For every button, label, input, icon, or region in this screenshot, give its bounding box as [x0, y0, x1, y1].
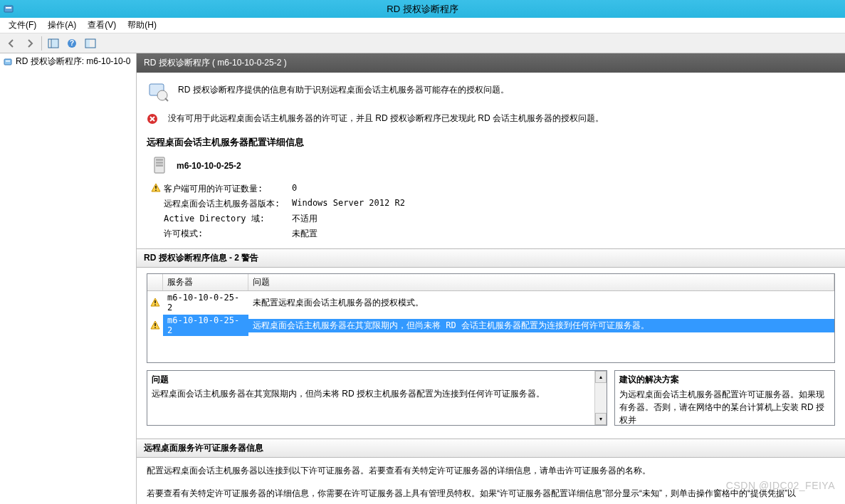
- cell-server: m6-10-10-0-25-2: [163, 315, 248, 336]
- diagnostics-section: RD 授权诊断程序信息 - 2 警告 服务器 问题 m6-10-10-0-25-…: [137, 248, 845, 363]
- warning-icon: [151, 213, 164, 225]
- back-button[interactable]: [3, 36, 20, 51]
- problem-text: 远程桌面会话主机服务器在其宽限期内，但尚未将 RD 授权主机服务器配置为连接到任…: [152, 388, 590, 400]
- scroll-up-icon[interactable]: ▴: [595, 371, 607, 383]
- svg-line-13: [165, 98, 168, 101]
- detail-panels: 问题 远程桌面会话主机服务器在其宽限期内，但尚未将 RD 授权主机服务器配置为连…: [147, 370, 835, 426]
- diagnostic-icon: [147, 80, 169, 103]
- solution-title: 建议的解决方案: [619, 374, 830, 386]
- svg-rect-9: [4, 59, 11, 65]
- config-value: 未配置: [292, 228, 317, 240]
- menu-action[interactable]: 操作(A): [42, 18, 82, 33]
- warning-icon: [147, 320, 163, 330]
- config-value: 不适用: [292, 213, 317, 225]
- menu-help[interactable]: 帮助(H): [122, 18, 162, 33]
- svg-rect-23: [154, 323, 155, 326]
- config-value: Windows Server 2012 R2: [292, 198, 405, 210]
- view-list-button[interactable]: [45, 36, 62, 51]
- license-title: 远程桌面服务许可证服务器信息: [137, 439, 845, 458]
- svg-rect-0: [4, 6, 13, 12]
- cell-problem: 未配置远程桌面会话主机服务器的授权模式。: [248, 296, 834, 310]
- description-section: RD 授权诊断程序提供的信息有助于识别远程桌面会话主机服务器可能存在的授权问题。: [137, 73, 845, 110]
- scroll-down-icon[interactable]: ▾: [595, 413, 607, 425]
- tree-node-root[interactable]: RD 授权诊断程序: m6-10-10-0: [1, 55, 135, 68]
- refresh-button[interactable]: [82, 36, 99, 51]
- warning-icon: [147, 298, 163, 308]
- cell-problem: 远程桌面会话主机服务器在其宽限期内，但尚未将 RD 会话主机服务器配置为连接到任…: [248, 319, 834, 332]
- watermark: CSDN @IDC02_FEIYA: [726, 480, 835, 491]
- grid-header: 服务器 问题: [147, 274, 834, 291]
- config-label: 客户端可用的许可证数量:: [164, 183, 292, 195]
- toolbar-separator: [41, 36, 42, 51]
- app-icon: [3, 4, 14, 15]
- svg-rect-10: [6, 61, 10, 62]
- svg-rect-4: [52, 40, 58, 47]
- server-name: m6-10-10-0-25-2: [177, 161, 241, 171]
- table-row[interactable]: m6-10-10-0-25-2远程桌面会话主机服务器在其宽限期内，但尚未将 RD…: [147, 314, 834, 337]
- svg-rect-22: [154, 305, 155, 305]
- svg-rect-17: [156, 162, 163, 164]
- warning-text: 没有可用于此远程桌面会话主机服务器的许可证，并且 RD 授权诊断程序已发现此 R…: [168, 112, 604, 125]
- config-row: 客户端可用的许可证数量:0: [137, 182, 845, 196]
- description-text: RD 授权诊断程序提供的信息有助于识别远程桌面会话主机服务器可能存在的授权问题。: [178, 80, 509, 96]
- problem-scrollbar[interactable]: ▴ ▾: [594, 371, 607, 425]
- config-label: Active Directory 域:: [164, 213, 292, 225]
- svg-rect-16: [156, 159, 163, 161]
- license-line1: 配置远程桌面会话主机服务器以连接到以下许可证服务器。若要查看有关特定许可证服务器…: [147, 463, 835, 479]
- svg-rect-18: [156, 164, 163, 167]
- error-icon: [147, 113, 158, 125]
- warning-line: 没有可用于此远程桌面会话主机服务器的许可证，并且 RD 授权诊断程序已发现此 R…: [137, 110, 845, 127]
- svg-rect-20: [155, 190, 156, 191]
- col-icon-header[interactable]: [147, 274, 163, 290]
- table-row[interactable]: m6-10-10-0-25-2未配置远程桌面会话主机服务器的授权模式。: [147, 291, 834, 314]
- col-server-header[interactable]: 服务器: [163, 274, 248, 290]
- toolbar: ?: [0, 33, 845, 53]
- menu-view[interactable]: 查看(V): [82, 18, 122, 33]
- solution-panel: 建议的解决方案 为远程桌面会话主机服务器配置许可证服务器。如果现有务器。否则，请…: [614, 370, 835, 426]
- config-row: 许可模式:未配置: [137, 226, 845, 241]
- server-icon: [152, 156, 169, 176]
- svg-rect-1: [6, 7, 11, 9]
- problem-panel: 问题 远程桌面会话主机服务器在其宽限期内，但尚未将 RD 授权主机服务器配置为连…: [147, 370, 607, 426]
- tree-pane: RD 授权诊断程序: m6-10-10-0: [0, 53, 137, 504]
- cell-server: m6-10-10-0-25-2: [163, 292, 248, 313]
- solution-text: 为远程桌面会话主机服务器配置许可证服务器。如果现有务器。否则，请在网络中的某台计…: [619, 388, 830, 425]
- warning-icon: [151, 228, 164, 240]
- menu-file[interactable]: 文件(F): [3, 18, 42, 33]
- content-pane: RD 授权诊断程序 ( m6-10-10-0-25-2 ) RD 授权诊断程序提…: [137, 53, 845, 504]
- diagnostics-grid: 服务器 问题 m6-10-10-0-25-2未配置远程桌面会话主机服务器的授权模…: [147, 273, 835, 363]
- forward-button[interactable]: [21, 36, 38, 51]
- config-label: 许可模式:: [164, 228, 292, 240]
- warning-icon: [151, 198, 164, 210]
- license-section: 远程桌面服务许可证服务器信息 配置远程桌面会话主机服务器以连接到以下许可证服务器…: [137, 439, 845, 504]
- config-row: 远程桌面会话主机服务器版本:Windows Server 2012 R2: [137, 196, 845, 211]
- warning-icon: [151, 183, 164, 195]
- problem-title: 问题: [152, 374, 590, 386]
- server-block: m6-10-10-0-25-2: [137, 154, 845, 182]
- help-button[interactable]: ?: [63, 36, 80, 51]
- title-bar: RD 授权诊断程序: [0, 0, 845, 18]
- svg-rect-24: [154, 327, 155, 328]
- svg-text:?: ?: [70, 39, 74, 47]
- menu-bar: 文件(F) 操作(A) 查看(V) 帮助(H): [0, 18, 845, 33]
- tree-node-icon: [3, 57, 13, 67]
- config-heading: 远程桌面会话主机服务器配置详细信息: [137, 127, 845, 154]
- window-title: RD 授权诊断程序: [0, 3, 845, 16]
- svg-rect-21: [154, 300, 155, 303]
- config-value: 0: [292, 183, 297, 195]
- config-row: Active Directory 域:不适用: [137, 211, 845, 226]
- tree-node-label: RD 授权诊断程序: m6-10-10-0: [16, 56, 130, 68]
- main-area: RD 授权诊断程序: m6-10-10-0 RD 授权诊断程序 ( m6-10-…: [0, 53, 845, 504]
- svg-rect-19: [155, 186, 156, 189]
- config-label: 远程桌面会话主机服务器版本:: [164, 198, 292, 210]
- svg-rect-8: [86, 40, 90, 47]
- content-header: RD 授权诊断程序 ( m6-10-10-0-25-2 ): [137, 53, 845, 73]
- col-problem-header[interactable]: 问题: [248, 274, 834, 290]
- diagnostics-title: RD 授权诊断程序信息 - 2 警告: [137, 248, 845, 268]
